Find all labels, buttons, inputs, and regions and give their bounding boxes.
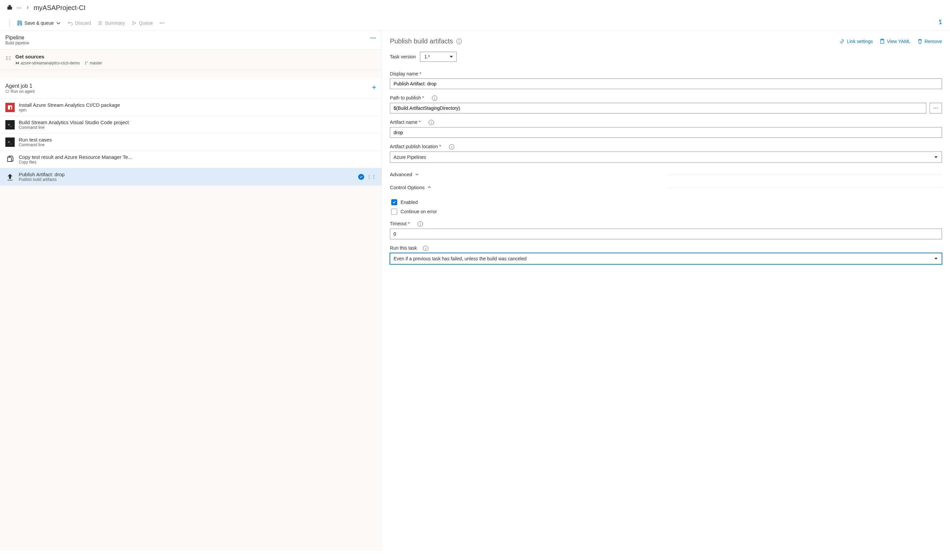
check-icon <box>358 174 364 180</box>
undo-icon <box>68 20 73 26</box>
discard-button[interactable]: Discard <box>65 18 94 28</box>
timeout-label: Timeout *i <box>390 221 423 226</box>
svg-rect-0 <box>7 7 12 10</box>
task-version-label: Task version <box>390 54 416 59</box>
task-run-tests[interactable]: >_ Run test cases Command line <box>0 134 382 151</box>
task-version-select[interactable]: 1.* <box>420 52 457 62</box>
task-build-project[interactable]: >_ Build Stream Analytics Visual Studio … <box>0 116 382 134</box>
timeout-input[interactable] <box>390 229 942 239</box>
task-title: Copy test result and Azure Resource Mana… <box>19 154 132 160</box>
save-queue-button[interactable]: Save & queue <box>14 18 65 28</box>
svg-rect-1 <box>9 5 11 7</box>
svg-rect-2 <box>6 90 9 92</box>
advanced-toggle[interactable]: Advanced <box>390 169 665 180</box>
task-subtitle: Publish build artifacts <box>19 177 65 182</box>
control-options-toggle[interactable]: Control Options <box>390 182 665 193</box>
enabled-checkbox-row: Enabled <box>391 198 942 207</box>
link-icon <box>839 39 845 44</box>
artifact-name-label: Artifact name *i <box>390 120 434 125</box>
pipeline-header[interactable]: Pipeline Build pipeline ··· <box>0 31 382 50</box>
agent-icon <box>5 89 9 94</box>
run-task-select[interactable]: Even if a previous task has failed, unle… <box>390 253 942 264</box>
agent-title: Agent job 1 <box>5 83 35 89</box>
display-name-input[interactable] <box>390 78 942 89</box>
collapse-icon <box>937 19 943 25</box>
save-icon <box>17 20 22 26</box>
view-yaml-button[interactable]: View YAML <box>879 39 911 44</box>
breadcrumb-ellipsis[interactable]: ··· <box>17 5 22 11</box>
task-publish-artifact[interactable]: Publish Artifact: drop Publish build art… <box>0 168 382 186</box>
npm-icon <box>5 103 15 112</box>
task-install-cicd[interactable]: Install Azure Stream Analytics CI/CD pac… <box>0 99 382 116</box>
play-icon <box>131 20 137 26</box>
remove-button[interactable]: Remove <box>917 39 942 44</box>
breadcrumb: ··· myASAProject-CI <box>0 0 950 16</box>
task-subtitle: Command line <box>19 125 129 130</box>
chevron-up-icon <box>427 185 431 190</box>
task-copy-files[interactable]: Copy test result and Azure Resource Mana… <box>0 151 382 168</box>
run-task-label: Run this taski <box>390 245 428 251</box>
display-name-label: Display name * <box>390 71 421 77</box>
agent-subtitle: Run on agent <box>11 89 35 94</box>
chevron-right-icon <box>26 5 30 11</box>
summary-button[interactable]: Summary <box>94 18 128 28</box>
continue-checkbox[interactable] <box>391 209 397 215</box>
publish-location-label: Artifact publish location *i <box>390 144 454 149</box>
pipeline-subtitle: Build pipeline <box>5 41 29 45</box>
continue-checkbox-row: Continue on error <box>391 207 942 216</box>
repo-icon <box>15 61 19 65</box>
chevron-down-icon <box>56 20 61 26</box>
sources-icon <box>5 55 11 61</box>
left-pane: Pipeline Build pipeline ··· Get sources … <box>0 31 382 551</box>
drag-handle[interactable]: ⋮⋮ <box>367 176 376 178</box>
clipboard-icon <box>879 39 885 44</box>
copy-icon <box>5 155 15 164</box>
project-icon[interactable] <box>7 4 13 11</box>
get-sources[interactable]: Get sources azure-streamanalytics-cicd-d… <box>0 50 382 70</box>
info-icon[interactable]: i <box>417 221 423 226</box>
trash-icon <box>917 39 922 44</box>
pipeline-title: Pipeline <box>5 35 29 41</box>
task-title: Build Stream Analytics Visual Studio Cod… <box>19 120 129 125</box>
agent-job[interactable]: Agent job 1 Run on agent + <box>0 78 382 99</box>
enabled-label: Enabled <box>400 200 417 205</box>
svg-rect-5 <box>10 106 11 109</box>
path-label: Path to publish *i <box>390 95 437 101</box>
task-title: Install Azure Stream Analytics CI/CD pac… <box>19 102 120 108</box>
pipeline-name[interactable]: myASAProject-CI <box>34 4 86 12</box>
pipeline-more[interactable]: ··· <box>370 35 376 42</box>
sources-title: Get sources <box>15 54 102 59</box>
branch-name: master <box>90 61 102 65</box>
task-subtitle: npm <box>19 108 120 112</box>
path-input[interactable] <box>390 103 926 114</box>
continue-label: Continue on error <box>400 209 437 214</box>
branch-icon <box>85 61 88 65</box>
browse-button[interactable]: ··· <box>930 103 942 114</box>
chevron-down-icon <box>415 172 419 177</box>
info-icon[interactable]: i <box>449 144 454 149</box>
info-icon[interactable]: i <box>432 95 437 101</box>
list-icon <box>97 20 103 26</box>
link-settings-button[interactable]: Link settings <box>839 39 873 44</box>
queue-button[interactable]: Queue <box>128 18 156 28</box>
detail-title: Publish build artifacts <box>390 37 453 45</box>
artifact-name-input[interactable] <box>390 127 942 138</box>
more-actions[interactable]: ··· <box>156 18 168 28</box>
publish-location-select[interactable]: Azure Pipelines <box>390 152 942 163</box>
add-task-button[interactable]: + <box>372 83 376 92</box>
info-icon[interactable]: i <box>429 120 434 125</box>
collapse-button[interactable] <box>937 19 943 26</box>
info-icon[interactable]: i <box>423 246 428 251</box>
info-icon[interactable]: i <box>456 39 462 44</box>
task-subtitle: Command line <box>19 143 52 147</box>
upload-icon <box>5 172 15 182</box>
repo-name: azure-streamanalytics-cicd-demo <box>21 61 80 65</box>
task-detail: Publish build artifacts i Link settings … <box>382 31 950 551</box>
cmd-icon: >_ <box>5 120 15 129</box>
task-subtitle: Copy files <box>19 160 132 165</box>
task-title: Publish Artifact: drop <box>19 172 65 177</box>
task-title: Run test cases <box>19 137 52 143</box>
enabled-checkbox[interactable] <box>391 199 397 205</box>
cmd-icon: >_ <box>5 137 15 147</box>
toolbar: Save & queue Discard Summary Queue ··· <box>0 16 950 31</box>
